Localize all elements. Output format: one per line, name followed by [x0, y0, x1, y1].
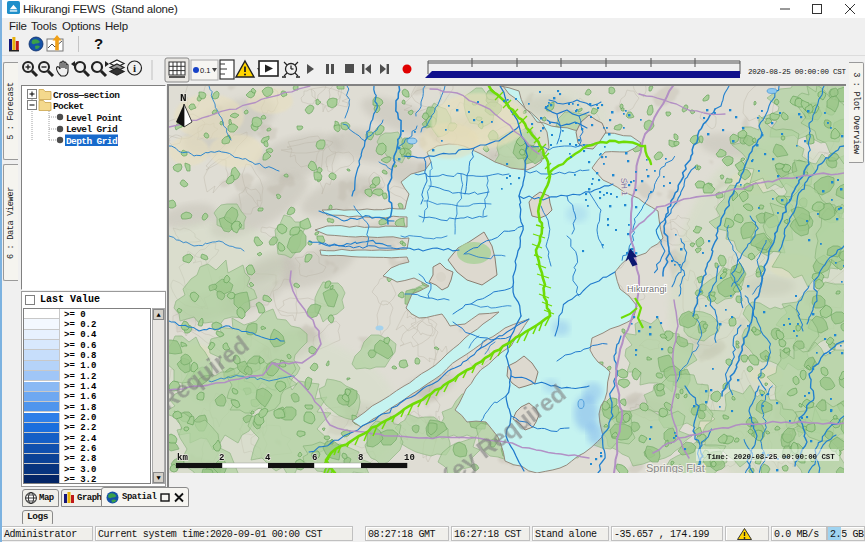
svg-text:Springs Flat: Springs Flat [646, 462, 705, 473]
svg-text:Hikurangi: Hikurangi [627, 284, 667, 294]
svg-text:Level Grid: Level Grid [66, 124, 118, 135]
svg-text:SH 1: SH 1 [619, 178, 629, 197]
svg-text:2020-08-25 00:00:00 CST: 2020-08-25 00:00:00 CST [748, 68, 846, 76]
svg-text:Level Point: Level Point [66, 113, 122, 124]
svg-text:0.1: 0.1 [200, 66, 210, 75]
svg-text:8: 8 [358, 453, 363, 463]
svg-text:Cross—section: Cross—section [53, 90, 120, 101]
svg-text:km: km [177, 453, 188, 463]
svg-text:N: N [180, 92, 187, 104]
svg-text:6: 6 [312, 453, 317, 463]
svg-text:Depth Grid: Depth Grid [66, 136, 118, 147]
svg-text:2: 2 [219, 453, 224, 463]
svg-text:i: i [133, 62, 136, 74]
svg-text:10: 10 [404, 453, 415, 463]
svg-text:Pocket: Pocket [53, 101, 84, 112]
svg-text:Time: 2020-08-25 00:00:00 CST: Time: 2020-08-25 00:00:00 CST [707, 453, 835, 461]
svg-text:?: ? [94, 35, 103, 52]
svg-text:4: 4 [265, 453, 271, 463]
